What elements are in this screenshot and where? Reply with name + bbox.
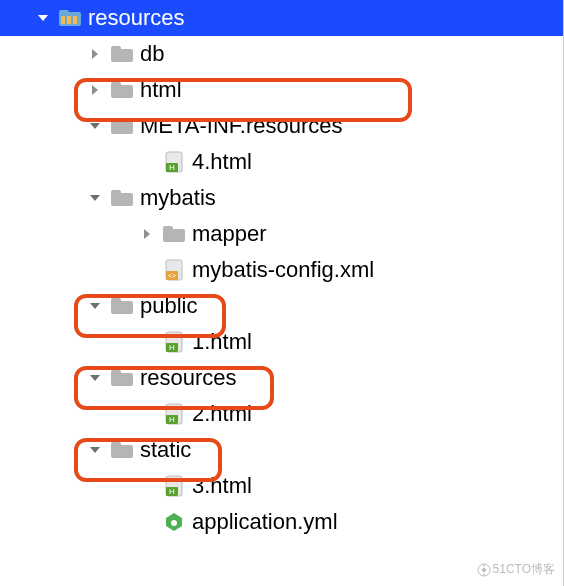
tree-node-label: public <box>140 293 197 319</box>
tree-row[interactable]: public <box>0 288 563 324</box>
tree-node-label: 1.html <box>192 329 252 355</box>
svg-text:<>: <> <box>168 272 176 279</box>
expand-arrow-icon[interactable] <box>86 189 104 207</box>
tree-row[interactable]: H3.html <box>0 468 563 504</box>
tree-node-label: html <box>140 77 182 103</box>
folder-icon <box>162 223 186 245</box>
tree-row[interactable]: application.yml <box>0 504 563 540</box>
tree-row[interactable]: mapper <box>0 216 563 252</box>
tree-row[interactable]: static <box>0 432 563 468</box>
folder-icon <box>110 439 134 461</box>
svg-text:H: H <box>169 415 175 424</box>
tree-row[interactable]: META-INF.resources <box>0 108 563 144</box>
svg-rect-4 <box>73 16 77 24</box>
expand-arrow-icon[interactable] <box>86 81 104 99</box>
svg-rect-3 <box>67 16 71 24</box>
expand-arrow-icon[interactable] <box>86 369 104 387</box>
svg-rect-32 <box>111 442 121 448</box>
svg-point-38 <box>482 568 486 572</box>
tree-node-label: 2.html <box>192 401 252 427</box>
svg-rect-15 <box>111 190 121 196</box>
folder-icon <box>110 115 134 137</box>
expand-arrow-icon[interactable] <box>138 225 156 243</box>
resources-root-icon <box>58 7 82 29</box>
svg-rect-17 <box>163 226 173 232</box>
project-tree[interactable]: resourcesdbhtmlMETA-INF.resourcesH4.html… <box>0 0 563 540</box>
svg-rect-8 <box>111 82 121 88</box>
html-file-icon: H <box>162 403 186 425</box>
expand-arrow-icon[interactable] <box>86 117 104 135</box>
expand-arrow-icon[interactable] <box>34 9 52 27</box>
tree-row[interactable]: H4.html <box>0 144 563 180</box>
tree-node-label: mapper <box>192 221 267 247</box>
svg-point-36 <box>171 520 177 526</box>
svg-rect-27 <box>111 370 121 376</box>
svg-rect-1 <box>59 10 69 15</box>
expand-arrow-icon[interactable] <box>86 441 104 459</box>
tree-node-label: mybatis-config.xml <box>192 257 374 283</box>
tree-node-label: META-INF.resources <box>140 113 343 139</box>
watermark: 51CTO博客 <box>477 561 555 578</box>
svg-rect-22 <box>111 298 121 304</box>
svg-rect-6 <box>111 46 121 52</box>
svg-text:H: H <box>169 163 175 172</box>
tree-row[interactable]: mybatis <box>0 180 563 216</box>
tree-node-label: static <box>140 437 191 463</box>
tree-row[interactable]: <>mybatis-config.xml <box>0 252 563 288</box>
tree-row[interactable]: H1.html <box>0 324 563 360</box>
svg-text:H: H <box>169 343 175 352</box>
folder-icon <box>110 187 134 209</box>
xml-file-icon: <> <box>162 259 186 281</box>
html-file-icon: H <box>162 151 186 173</box>
tree-node-label: application.yml <box>192 509 338 535</box>
folder-icon <box>110 79 134 101</box>
svg-text:H: H <box>169 487 175 496</box>
tree-row[interactable]: resources <box>0 360 563 396</box>
tree-node-label: mybatis <box>140 185 216 211</box>
tree-node-label: 3.html <box>192 473 252 499</box>
folder-icon <box>110 367 134 389</box>
tree-node-label: resources <box>140 365 237 391</box>
svg-rect-2 <box>61 16 65 24</box>
expand-arrow-icon[interactable] <box>86 45 104 63</box>
yaml-file-icon <box>162 511 186 533</box>
tree-row[interactable]: html <box>0 72 563 108</box>
tree-node-label: 4.html <box>192 149 252 175</box>
folder-icon <box>110 43 134 65</box>
folder-icon <box>110 295 134 317</box>
html-file-icon: H <box>162 331 186 353</box>
expand-arrow-icon[interactable] <box>86 297 104 315</box>
tree-row[interactable]: H2.html <box>0 396 563 432</box>
tree-node-label: db <box>140 41 164 67</box>
html-file-icon: H <box>162 475 186 497</box>
tree-row[interactable]: db <box>0 36 563 72</box>
tree-node-label: resources <box>88 5 185 31</box>
tree-row[interactable]: resources <box>0 0 563 36</box>
watermark-text: 51CTO博客 <box>493 561 555 578</box>
svg-rect-10 <box>111 118 121 124</box>
